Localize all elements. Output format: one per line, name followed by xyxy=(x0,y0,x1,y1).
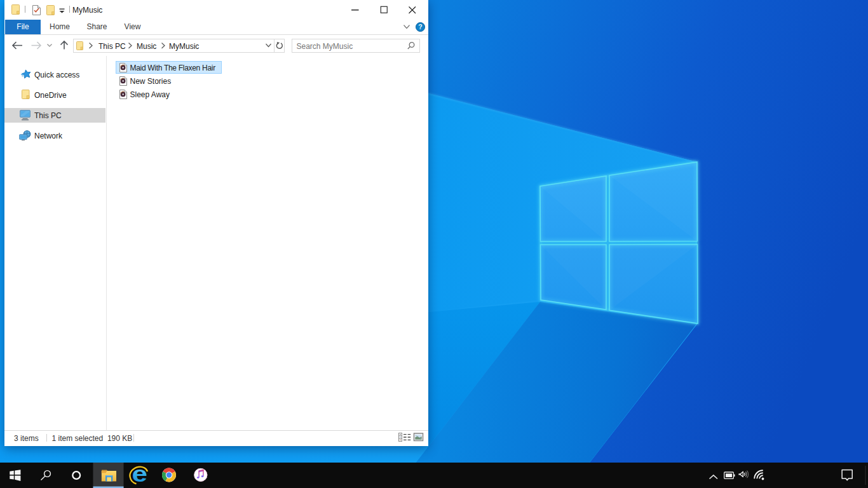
svg-text:?: ? xyxy=(418,23,422,30)
